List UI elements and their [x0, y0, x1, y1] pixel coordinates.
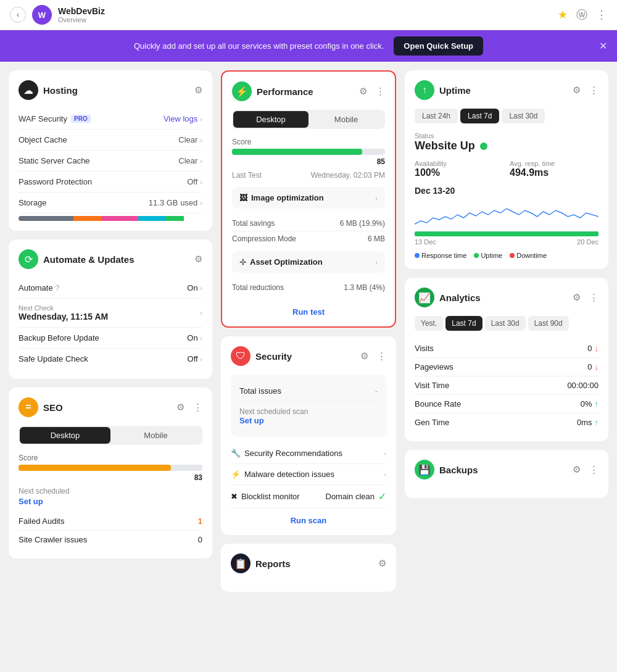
seo-dots-icon[interactable]: ⋮ — [193, 402, 202, 413]
password-protection-row: Password Protection Off › — [19, 172, 202, 193]
perf-desktop-tab[interactable]: Desktop — [233, 111, 308, 128]
uptime-card-header: ↑ Uptime ⚙ ⋮ — [415, 80, 598, 100]
perf-icon: ⚡ — [232, 81, 252, 101]
image-opt-section[interactable]: 🖼 Image optimization › — [232, 187, 385, 209]
header: ‹ W WebDevBiz Overview ★ ⓦ ⋮ — [0, 0, 617, 30]
analytics-gear-icon[interactable]: ⚙ — [573, 292, 581, 303]
security-dots-icon[interactable]: ⋮ — [377, 351, 386, 362]
malware-value: - — [384, 470, 386, 479]
storage-row: Storage 11.3 GB used › — [19, 193, 202, 214]
analytics-tab-90d[interactable]: Last 90d — [528, 316, 569, 331]
legend-uptime: Uptime — [474, 252, 502, 259]
total-savings-label: Total savings — [232, 219, 275, 228]
seo-card: = SEO ⚙ ⋮ Desktop Mobile Score 83 Next s… — [9, 388, 212, 558]
pageviews-value: 0 ↓ — [587, 362, 598, 371]
asset-opt-section[interactable]: ⊹ Asset Optimization › — [232, 251, 385, 273]
visit-time-label: Visit Time — [415, 381, 449, 390]
sec-rec-row: 🔧 Security Recommendations - — [231, 443, 386, 464]
security-title: Security — [255, 351, 355, 362]
image-opt-details: Total savings 6 MB (19.9%) Compression M… — [232, 214, 385, 251]
automate-value[interactable]: On › — [187, 283, 202, 292]
password-protection-value[interactable]: Off › — [187, 177, 202, 186]
seo-mobile-tab[interactable]: Mobile — [110, 427, 201, 444]
perf-card-header: ⚡ Performance ⚙ ⋮ — [232, 81, 385, 101]
next-check-value: Wednesday, 11:15 AM — [19, 312, 108, 321]
main-grid: ☁ Hosting ⚙ WAF Security PRO View logs ›… — [0, 62, 617, 600]
uptime-stats: Availability 100% Avg. resp. time 494.9m… — [415, 160, 598, 178]
perf-mobile-tab[interactable]: Mobile — [308, 111, 384, 128]
star-icon[interactable]: ★ — [558, 8, 568, 22]
back-button[interactable]: ‹ — [10, 7, 26, 23]
uptime-dots-icon[interactable]: ⋮ — [589, 85, 598, 96]
analytics-tab-30d[interactable]: Last 30d — [485, 316, 526, 331]
automate-label: Automate ? — [19, 283, 60, 292]
analytics-tab-7d[interactable]: Last 7d — [445, 316, 482, 331]
seo-next-scheduled-label: Next scheduled — [19, 487, 202, 496]
view-logs-link: View logs — [164, 114, 197, 123]
run-test-button[interactable]: Run test — [232, 307, 385, 317]
backups-gear-icon[interactable]: ⚙ — [573, 464, 581, 475]
visit-time-row: Visit Time 00:00:00 — [415, 376, 598, 395]
more-options-icon[interactable]: ⋮ — [596, 8, 607, 22]
static-server-cache-value[interactable]: Clear › — [178, 156, 202, 165]
next-check-row[interactable]: Next Check Wednesday, 11:15 AM › — [19, 299, 202, 328]
pro-badge: PRO — [71, 115, 91, 123]
reports-gear-icon[interactable]: ⚙ — [378, 558, 386, 569]
next-check-label: Next Check — [19, 304, 108, 312]
hosting-gear-icon[interactable]: ⚙ — [194, 85, 202, 96]
backup-before-update-value[interactable]: On › — [187, 333, 202, 342]
next-scan-label: Next scheduled scan — [239, 407, 378, 416]
visits-row: Visits 0 ↓ — [415, 339, 598, 358]
security-card: 🛡 Security ⚙ ⋮ Total issues - Next sched… — [221, 336, 396, 535]
total-savings-row: Total savings 6 MB (19.9%) — [232, 216, 385, 231]
reports-card: 📋 Reports ⚙ — [221, 544, 396, 592]
waf-security-row: WAF Security PRO View logs › — [19, 109, 202, 130]
malware-row: ⚡ Malware detection issues - — [231, 464, 386, 485]
uptime-tab-30d[interactable]: Last 30d — [502, 109, 545, 123]
uptime-tab-7d[interactable]: Last 7d — [460, 109, 499, 123]
compression-value: 6 MB — [368, 234, 385, 243]
bounce-rate-value: 0% ↑ — [581, 399, 598, 409]
backups-dots-icon[interactable]: ⋮ — [589, 464, 598, 475]
seo-title: SEO — [43, 402, 172, 413]
automate-gear-icon[interactable]: ⚙ — [194, 254, 202, 265]
object-cache-value[interactable]: Clear › — [178, 135, 202, 144]
bounce-rate-change-icon: ↑ — [595, 399, 599, 409]
blocklist-label: Blocklist monitor — [241, 492, 300, 501]
run-scan-button[interactable]: Run scan — [231, 516, 386, 525]
security-gear-icon[interactable]: ⚙ — [360, 351, 368, 362]
waf-value[interactable]: View logs › — [164, 114, 202, 123]
center-column: ⚡ Performance ⚙ ⋮ Desktop Mobile Score 8… — [221, 70, 396, 592]
uptime-card: ↑ Uptime ⚙ ⋮ Last 24h Last 7d Last 30d S… — [405, 70, 608, 269]
perf-score-bar-wrap — [232, 149, 385, 155]
wordpress-icon[interactable]: ⓦ — [576, 7, 587, 22]
site-crawler-label: Site Crawler issues — [19, 535, 87, 544]
seo-card-header: = SEO ⚙ ⋮ — [19, 397, 202, 417]
blocklist-value: Domain clean ✓ — [326, 491, 387, 502]
uptime-chart-area: Dec 13-20 13 Dec 20 Dec — [415, 186, 598, 246]
seo-setup-link[interactable]: Set up — [19, 497, 43, 506]
uptime-gear-icon[interactable]: ⚙ — [573, 85, 581, 96]
security-setup-link[interactable]: Set up — [239, 416, 378, 425]
open-quick-setup-button[interactable]: Open Quick Setup — [394, 36, 483, 56]
header-actions: ★ ⓦ ⋮ — [558, 7, 607, 22]
seo-gear-icon[interactable]: ⚙ — [176, 402, 184, 413]
storage-label: Storage — [19, 198, 47, 207]
uptime-tab-24h[interactable]: Last 24h — [415, 109, 458, 123]
seo-desktop-tab[interactable]: Desktop — [20, 427, 110, 444]
storage-value[interactable]: 11.3 GB used › — [149, 198, 202, 207]
quick-setup-banner: Quickly add and set up all our services … — [0, 30, 617, 62]
hosting-card-header: ☁ Hosting ⚙ — [19, 80, 202, 100]
reports-icon: 📋 — [231, 554, 251, 573]
banner-close-icon[interactable]: ✕ — [599, 40, 607, 52]
blocklist-label-wrap: ✖ Blocklist monitor — [231, 491, 300, 502]
perf-gear-icon[interactable]: ⚙ — [359, 86, 367, 97]
blocklist-icon: ✖ — [231, 492, 238, 501]
uptime-legend: Response time Uptime Downtime — [415, 252, 598, 259]
failed-audits-label: Failed Audits — [19, 516, 64, 526]
analytics-dots-icon[interactable]: ⋮ — [589, 292, 598, 303]
analytics-tab-yest[interactable]: Yest. — [415, 316, 443, 331]
safe-update-check-value[interactable]: Off › — [188, 354, 202, 363]
perf-dots-icon[interactable]: ⋮ — [376, 86, 385, 97]
availability-label: Availability — [415, 160, 503, 167]
